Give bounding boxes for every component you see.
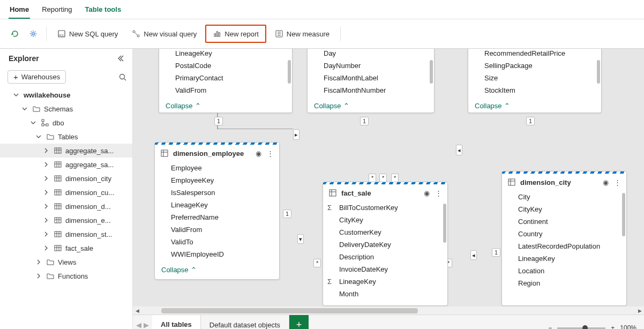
- column-row[interactable]: Employee: [155, 162, 279, 174]
- collapse-link[interactable]: Collapse⌃: [155, 263, 279, 279]
- column-row[interactable]: Region: [502, 277, 626, 289]
- chevron-right-icon: [42, 188, 50, 197]
- tab-default-dataset[interactable]: Default dataset objects: [201, 315, 289, 329]
- column-row[interactable]: FiscalMonthNumber: [308, 84, 434, 96]
- table-card-employee[interactable]: dimension_employee ◉⋮ EmployeeEmployeeKe…: [154, 142, 280, 280]
- column-row[interactable]: PostalCode: [159, 59, 292, 72]
- tree-table-item[interactable]: dimension_cu...: [0, 185, 132, 199]
- table-card-fact-sale[interactable]: fact_sale ◉⋮ BillToCustomerKeyCityKeyCus…: [323, 182, 448, 306]
- more-icon[interactable]: ⋮: [267, 149, 274, 158]
- column-row[interactable]: Month: [323, 288, 447, 300]
- table-card-city[interactable]: dimension_city ◉⋮ CityCityKeyContinentCo…: [501, 171, 627, 306]
- column-row[interactable]: LineageKey: [159, 49, 292, 59]
- tab-table-tools[interactable]: Table tools: [84, 3, 123, 19]
- tree-dbo[interactable]: dbo: [0, 116, 132, 130]
- column-row[interactable]: LineageKey: [502, 252, 626, 265]
- tree-table-item[interactable]: aggregate_sa...: [0, 158, 132, 171]
- collapse-link[interactable]: Collapse⌃: [159, 99, 292, 115]
- more-icon[interactable]: ⋮: [435, 189, 442, 197]
- collapse-link[interactable]: Collapse⌃: [468, 99, 601, 115]
- tab-home[interactable]: Home: [9, 3, 30, 19]
- tree-lakehouse-label: wwilakehouse: [24, 91, 70, 99]
- new-visual-query-button[interactable]: New visual query: [126, 27, 202, 41]
- column-row[interactable]: DayNumber: [308, 59, 434, 72]
- column-row[interactable]: ValidTo: [155, 236, 279, 248]
- chevron-up-icon: ⌃: [504, 102, 510, 110]
- table-card-partial-3[interactable]: RecommendedRetailPriceSellingPackageSize…: [468, 49, 602, 113]
- column-row[interactable]: DeliveryDateKey: [323, 238, 447, 251]
- visibility-icon[interactable]: ◉: [256, 149, 261, 158]
- zoom-in-button[interactable]: +: [611, 324, 615, 329]
- column-row[interactable]: Continent: [502, 215, 626, 228]
- tab-all-tables[interactable]: All tables: [152, 315, 201, 329]
- column-row[interactable]: BillToCustomerKey: [323, 201, 447, 214]
- column-row[interactable]: Description: [323, 251, 447, 263]
- prev-tab-icon[interactable]: ◀: [136, 321, 141, 329]
- column-row[interactable]: PrimaryContact: [159, 72, 292, 84]
- svg-rect-22: [330, 190, 336, 196]
- refresh-button[interactable]: [8, 27, 23, 41]
- tree-functions[interactable]: Functions: [0, 269, 132, 283]
- column-row[interactable]: Location: [502, 265, 626, 277]
- column-row[interactable]: CityKey: [502, 203, 626, 215]
- column-row[interactable]: City: [502, 191, 626, 203]
- svg-rect-5: [214, 34, 216, 36]
- column-row[interactable]: ValidFrom: [155, 223, 279, 236]
- collapse-panel-icon[interactable]: [116, 54, 125, 63]
- column-row[interactable]: CityKey: [323, 214, 447, 226]
- tree-tables[interactable]: Tables: [0, 130, 132, 144]
- column-row[interactable]: LineageKey: [155, 199, 279, 211]
- warehouses-button[interactable]: + Warehouses: [8, 70, 66, 84]
- new-sql-query-button[interactable]: SQL New SQL query: [52, 27, 123, 41]
- column-row[interactable]: EmployeeKey: [155, 174, 279, 186]
- tree-table-item[interactable]: dimension_st...: [0, 227, 132, 241]
- model-canvas[interactable]: 1 1 1 ▸ 1 * * * ▾ * * ◂ 1 ◂ LineageKeyPo…: [133, 49, 644, 329]
- new-report-button[interactable]: New report: [207, 27, 264, 41]
- column-row[interactable]: CustomerKey: [323, 226, 447, 238]
- canvas-horizontal-scrollbar[interactable]: ◀ ▶: [133, 306, 644, 315]
- tree-table-item[interactable]: dimension_city: [0, 171, 132, 185]
- settings-button[interactable]: [26, 27, 41, 41]
- column-row[interactable]: InvoiceDateKey: [323, 263, 447, 275]
- column-row[interactable]: StockItem: [468, 84, 601, 96]
- scroll-left-icon[interactable]: ◀: [133, 308, 141, 313]
- table-card-partial-2[interactable]: DayDayNumberFiscalMonthLabelFiscalMonthN…: [307, 49, 435, 113]
- next-tab-icon[interactable]: ▶: [144, 321, 149, 329]
- collapse-link[interactable]: Collapse⌃: [308, 99, 434, 115]
- relation-arrow-icon: ▾: [297, 234, 304, 244]
- tree-table-item[interactable]: aggregate_sa...: [0, 144, 132, 158]
- svg-point-9: [120, 74, 125, 79]
- column-row[interactable]: SellingPackage: [468, 59, 601, 72]
- tree-table-item[interactable]: dimension_e...: [0, 213, 132, 227]
- tree-table-item[interactable]: fact_sale: [0, 241, 132, 255]
- column-row[interactable]: ValidFrom: [159, 84, 292, 96]
- column-row[interactable]: PreferredName: [155, 211, 279, 223]
- column-row[interactable]: Size: [468, 72, 601, 84]
- column-row[interactable]: LineageKey: [323, 275, 447, 288]
- column-row[interactable]: WWIEmployeeID: [155, 248, 279, 260]
- tree-views[interactable]: Views: [0, 255, 132, 269]
- column-row[interactable]: RecommendedRetailPrice: [468, 49, 601, 59]
- zoom-out-button[interactable]: −: [548, 324, 552, 329]
- column-row[interactable]: LatestRecordedPopulation: [502, 240, 626, 252]
- table-card-partial-1[interactable]: LineageKeyPostalCodePrimaryContactValidF…: [159, 49, 293, 113]
- more-icon[interactable]: ⋮: [614, 178, 621, 186]
- zoom-value: 100%: [620, 324, 636, 329]
- add-diagram-button[interactable]: +: [289, 315, 309, 329]
- search-icon[interactable]: [118, 73, 127, 81]
- visibility-icon[interactable]: ◉: [424, 189, 430, 197]
- column-row[interactable]: IsSalesperson: [155, 186, 279, 199]
- svg-rect-16: [55, 190, 61, 195]
- visibility-icon[interactable]: ◉: [603, 178, 609, 186]
- tree-table-item[interactable]: dimension_d...: [0, 199, 132, 213]
- tree-lakehouse[interactable]: wwilakehouse: [0, 88, 132, 102]
- column-row[interactable]: FiscalMonthLabel: [308, 72, 434, 84]
- column-row[interactable]: Day: [308, 49, 434, 59]
- scroll-right-icon[interactable]: ▶: [635, 308, 644, 313]
- column-row[interactable]: Country: [502, 228, 626, 240]
- tree-schemas[interactable]: Schemas: [0, 102, 132, 116]
- new-measure-button[interactable]: New measure: [269, 27, 335, 41]
- zoom-slider[interactable]: [557, 327, 605, 329]
- tree-functions-label: Functions: [58, 272, 88, 280]
- tab-reporting[interactable]: Reporting: [41, 3, 73, 19]
